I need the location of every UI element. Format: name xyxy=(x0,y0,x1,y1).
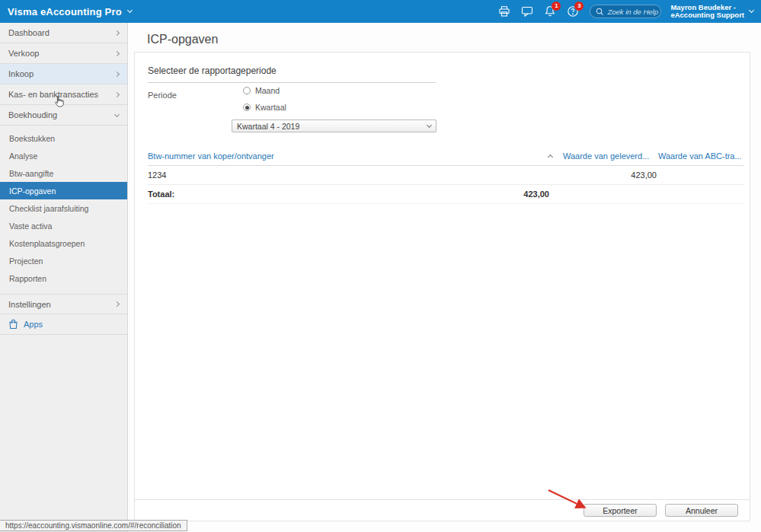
column-header-label: Waarde van ABC-tra... xyxy=(658,151,742,161)
help-search[interactable] xyxy=(590,5,661,18)
chevron-right-icon xyxy=(114,50,120,56)
section-title: Selecteer de rapportageperiode xyxy=(148,65,436,83)
radio-kwartaal[interactable]: Kwartaal xyxy=(243,103,286,112)
sidebar-item-checklist-jaarafsluiting[interactable]: Checklist jaarafsluiting xyxy=(0,199,127,217)
print-icon[interactable] xyxy=(497,5,510,18)
sidebar-item-label: Boekhouding xyxy=(8,110,57,119)
sidebar-item-analyse[interactable]: Analyse xyxy=(0,147,127,164)
icp-table: Btw-nummer van koper/ontvanger Waarde va… xyxy=(148,147,743,204)
icp-report-card: Selecteer de rapportageperiode Periode M… xyxy=(134,52,750,521)
sidebar-item-projecten[interactable]: Projecten xyxy=(0,252,127,269)
search-icon xyxy=(596,8,604,16)
radio-button-icon[interactable] xyxy=(243,87,251,94)
sidebar-item-dashboard[interactable]: Dashboard xyxy=(0,23,127,43)
help-icon[interactable]: 3 xyxy=(566,5,579,18)
total-label: Totaal: xyxy=(148,190,174,199)
chevron-down-icon xyxy=(127,8,133,13)
chevron-right-icon xyxy=(114,301,120,307)
sidebar-item-verkoop[interactable]: Verkoop xyxy=(0,43,127,64)
radio-maand[interactable]: Maand xyxy=(243,86,280,95)
column-header-label: Waarde van geleverd... xyxy=(563,151,649,161)
shopping-bag-icon xyxy=(8,319,18,330)
chevron-down-icon xyxy=(427,123,432,128)
sidebar-item-kostenplaatsgroepen[interactable]: Kostenplaatsgroepen xyxy=(0,234,127,252)
sidebar-item-label: Kas- en banktransacties xyxy=(8,90,98,99)
topbar: Visma eAccounting Pro 1 3 xyxy=(0,0,761,23)
chevron-right-icon xyxy=(114,30,120,35)
sidebar-item-boekhouding[interactable]: Boekhouding xyxy=(0,105,127,126)
app-title: Visma eAccounting Pro xyxy=(8,6,122,18)
card-footer: Exporteer Annuleer xyxy=(135,499,750,521)
app-switcher[interactable]: Visma eAccounting Pro xyxy=(0,0,139,23)
radio-label: Maand xyxy=(255,86,280,95)
chevron-down-icon xyxy=(114,111,120,116)
sidebar-item-vaste-activa[interactable]: Vaste activa xyxy=(0,217,127,234)
column-header-btw-nummer[interactable]: Btw-nummer van koper/ontvanger xyxy=(148,151,563,161)
topbar-icons: 1 3 xyxy=(497,5,590,18)
sidebar-item-label: Dashboard xyxy=(8,28,50,37)
boekhouding-submenu: Boekstukken Analyse Btw-aangifte ICP-opg… xyxy=(0,126,127,294)
sidebar-item-instellingen[interactable]: Instellingen xyxy=(0,294,127,314)
cancel-button[interactable]: Annuleer xyxy=(665,504,738,517)
table-total-row: Totaal: 423,00 xyxy=(148,185,743,204)
notification-badge: 1 xyxy=(552,2,561,11)
user-name-line2: eAccounting Support xyxy=(670,11,744,20)
column-header-label: Btw-nummer van koper/ontvanger xyxy=(148,151,274,161)
cell-waarde-geleverd: 423,00 xyxy=(563,170,658,180)
page-title: ICP-opgaven xyxy=(147,33,218,46)
total-value: 423,00 xyxy=(523,190,549,199)
chevron-down-icon xyxy=(749,8,754,13)
period-select[interactable]: Kwartaal 4 - 2019 xyxy=(232,119,436,132)
sidebar-item-apps[interactable]: Apps xyxy=(0,314,127,335)
sidebar-item-boekstukken[interactable]: Boekstukken xyxy=(0,129,127,147)
sidebar: Dashboard Verkoop Inkoop Kas- en banktra… xyxy=(0,23,128,532)
user-menu[interactable]: Mayron Beudeker - eAccounting Support xyxy=(670,4,761,20)
status-bar-url: https://eaccounting.vismaonline.com/#/re… xyxy=(0,520,187,531)
chevron-right-icon xyxy=(114,91,120,97)
sidebar-item-rapporten[interactable]: Rapporten xyxy=(0,269,127,287)
radio-button-icon[interactable] xyxy=(243,104,251,111)
sidebar-item-inkoop[interactable]: Inkoop xyxy=(0,64,127,84)
search-input[interactable] xyxy=(607,8,660,16)
main-content: ICP-opgaven Selecteer de rapportageperio… xyxy=(129,23,761,532)
radio-label: Kwartaal xyxy=(255,103,286,112)
chevron-right-icon xyxy=(114,71,120,76)
sidebar-item-icp-opgaven[interactable]: ICP-opgaven xyxy=(0,182,127,199)
periode-label: Periode xyxy=(148,91,177,100)
period-select-value: Kwartaal 4 - 2019 xyxy=(237,122,299,131)
sidebar-item-btw-aangifte[interactable]: Btw-aangifte xyxy=(0,164,127,182)
sort-ascending-icon xyxy=(548,155,553,160)
chat-icon[interactable] xyxy=(520,5,533,18)
app-window: Visma eAccounting Pro 1 3 xyxy=(0,0,761,532)
export-button[interactable]: Exporteer xyxy=(584,504,657,517)
notifications-bell-icon[interactable]: 1 xyxy=(543,5,556,18)
column-header-waarde-abc[interactable]: Waarde van ABC-tra... xyxy=(658,151,743,161)
user-name: Mayron Beudeker - eAccounting Support xyxy=(670,4,744,20)
cell-btw-nummer: 1234 xyxy=(148,170,563,180)
table-row[interactable]: 1234 423,00 xyxy=(148,166,743,185)
sidebar-item-label: Inkoop xyxy=(8,69,34,78)
help-badge: 3 xyxy=(574,2,584,11)
column-header-waarde-geleverd[interactable]: Waarde van geleverd... xyxy=(563,151,658,161)
sidebar-item-label: Apps xyxy=(24,320,43,329)
sidebar-item-label: Instellingen xyxy=(8,300,51,309)
sidebar-item-kas-en-banktransacties[interactable]: Kas- en banktransacties xyxy=(0,84,127,105)
table-header-row: Btw-nummer van koper/ontvanger Waarde va… xyxy=(148,147,743,166)
sidebar-item-label: Verkoop xyxy=(8,49,39,58)
